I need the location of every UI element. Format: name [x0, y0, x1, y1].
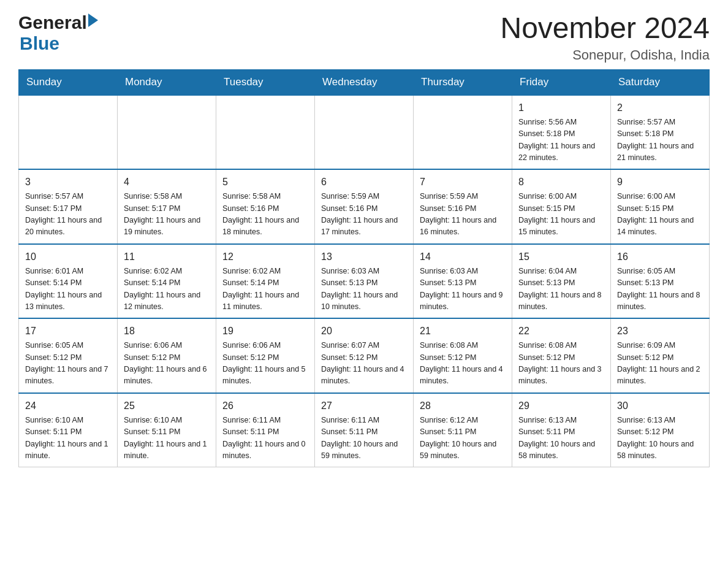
day-number: 10 [25, 250, 111, 264]
day-number: 15 [518, 250, 604, 264]
day-number: 11 [124, 250, 210, 264]
day-info: Sunrise: 6:08 AM Sunset: 5:12 PM Dayligh… [518, 340, 604, 388]
logo: General Blue [18, 12, 98, 54]
calendar-cell: 21Sunrise: 6:08 AM Sunset: 5:12 PM Dayli… [414, 318, 512, 393]
week-row-3: 10Sunrise: 6:01 AM Sunset: 5:14 PM Dayli… [19, 244, 710, 319]
day-info: Sunrise: 6:02 AM Sunset: 5:14 PM Dayligh… [222, 266, 308, 313]
day-number: 30 [617, 399, 703, 413]
calendar-cell: 8Sunrise: 6:00 AM Sunset: 5:15 PM Daylig… [512, 169, 611, 244]
day-number: 17 [25, 324, 111, 339]
day-number: 28 [420, 399, 506, 413]
day-info: Sunrise: 6:06 AM Sunset: 5:12 PM Dayligh… [124, 340, 210, 388]
calendar-cell: 2Sunrise: 5:57 AM Sunset: 5:18 PM Daylig… [611, 95, 710, 170]
week-row-1: 1Sunrise: 5:56 AM Sunset: 5:18 PM Daylig… [19, 95, 710, 170]
day-info: Sunrise: 6:00 AM Sunset: 5:15 PM Dayligh… [617, 191, 703, 239]
day-info: Sunrise: 6:05 AM Sunset: 5:12 PM Dayligh… [25, 340, 111, 388]
calendar-cell: 12Sunrise: 6:02 AM Sunset: 5:14 PM Dayli… [216, 244, 315, 319]
weekday-header-friday: Friday [512, 69, 611, 95]
day-info: Sunrise: 6:02 AM Sunset: 5:14 PM Dayligh… [124, 266, 210, 313]
calendar-cell: 6Sunrise: 5:59 AM Sunset: 5:16 PM Daylig… [315, 169, 414, 244]
weekday-header-thursday: Thursday [414, 69, 512, 95]
weekday-header-sunday: Sunday [19, 69, 118, 95]
day-number: 18 [124, 324, 210, 339]
day-number: 8 [518, 175, 604, 190]
calendar-cell: 7Sunrise: 5:59 AM Sunset: 5:16 PM Daylig… [414, 169, 512, 244]
day-number: 22 [518, 324, 604, 339]
day-number: 13 [321, 250, 407, 264]
day-number: 5 [222, 175, 308, 190]
day-number: 9 [617, 175, 703, 190]
day-info: Sunrise: 6:13 AM Sunset: 5:11 PM Dayligh… [518, 415, 604, 462]
logo-triangle-icon [88, 13, 98, 27]
day-number: 3 [25, 175, 111, 190]
day-info: Sunrise: 6:11 AM Sunset: 5:11 PM Dayligh… [222, 415, 308, 462]
calendar-cell [315, 95, 414, 170]
calendar-cell: 5Sunrise: 5:58 AM Sunset: 5:16 PM Daylig… [216, 169, 315, 244]
day-info: Sunrise: 6:01 AM Sunset: 5:14 PM Dayligh… [25, 266, 111, 313]
calendar-cell: 10Sunrise: 6:01 AM Sunset: 5:14 PM Dayli… [19, 244, 118, 319]
calendar-cell: 23Sunrise: 6:09 AM Sunset: 5:12 PM Dayli… [611, 318, 710, 393]
calendar-cell: 27Sunrise: 6:11 AM Sunset: 5:11 PM Dayli… [315, 393, 414, 467]
calendar-table: SundayMondayTuesdayWednesdayThursdayFrid… [18, 69, 710, 468]
calendar-cell: 14Sunrise: 6:03 AM Sunset: 5:13 PM Dayli… [414, 244, 512, 319]
day-number: 25 [124, 399, 210, 413]
calendar-cell: 15Sunrise: 6:04 AM Sunset: 5:13 PM Dayli… [512, 244, 611, 319]
calendar-cell [19, 95, 118, 170]
day-info: Sunrise: 5:59 AM Sunset: 5:16 PM Dayligh… [420, 191, 506, 239]
day-number: 6 [321, 175, 407, 190]
calendar-cell: 17Sunrise: 6:05 AM Sunset: 5:12 PM Dayli… [19, 318, 118, 393]
day-info: Sunrise: 6:04 AM Sunset: 5:13 PM Dayligh… [518, 266, 604, 313]
day-number: 26 [222, 399, 308, 413]
calendar-cell: 9Sunrise: 6:00 AM Sunset: 5:15 PM Daylig… [611, 169, 710, 244]
calendar-cell: 30Sunrise: 6:13 AM Sunset: 5:12 PM Dayli… [611, 393, 710, 467]
calendar-cell: 20Sunrise: 6:07 AM Sunset: 5:12 PM Dayli… [315, 318, 414, 393]
day-info: Sunrise: 6:13 AM Sunset: 5:12 PM Dayligh… [617, 415, 703, 462]
day-number: 1 [518, 101, 604, 115]
page-header: General Blue November 2024 Sonepur, Odis… [18, 12, 710, 63]
day-info: Sunrise: 6:00 AM Sunset: 5:15 PM Dayligh… [518, 191, 604, 239]
week-row-4: 17Sunrise: 6:05 AM Sunset: 5:12 PM Dayli… [19, 318, 710, 393]
calendar-cell [118, 95, 216, 170]
calendar-cell: 3Sunrise: 5:57 AM Sunset: 5:17 PM Daylig… [19, 169, 118, 244]
logo-blue-text: Blue [20, 33, 59, 54]
calendar-cell: 22Sunrise: 6:08 AM Sunset: 5:12 PM Dayli… [512, 318, 611, 393]
day-number: 14 [420, 250, 506, 264]
day-number: 19 [222, 324, 308, 339]
calendar-cell [414, 95, 512, 170]
day-number: 21 [420, 324, 506, 339]
calendar-title: November 2024 [500, 12, 710, 45]
day-info: Sunrise: 6:06 AM Sunset: 5:12 PM Dayligh… [222, 340, 308, 388]
day-number: 29 [518, 399, 604, 413]
day-info: Sunrise: 5:58 AM Sunset: 5:17 PM Dayligh… [124, 191, 210, 239]
day-info: Sunrise: 5:56 AM Sunset: 5:18 PM Dayligh… [518, 117, 604, 164]
weekday-header-tuesday: Tuesday [216, 69, 315, 95]
day-info: Sunrise: 6:10 AM Sunset: 5:11 PM Dayligh… [25, 415, 111, 462]
day-number: 24 [25, 399, 111, 413]
calendar-cell: 4Sunrise: 5:58 AM Sunset: 5:17 PM Daylig… [118, 169, 216, 244]
day-info: Sunrise: 6:11 AM Sunset: 5:11 PM Dayligh… [321, 415, 407, 462]
day-info: Sunrise: 6:03 AM Sunset: 5:13 PM Dayligh… [321, 266, 407, 313]
calendar-cell: 24Sunrise: 6:10 AM Sunset: 5:11 PM Dayli… [19, 393, 118, 467]
day-number: 12 [222, 250, 308, 264]
title-section: November 2024 Sonepur, Odisha, India [500, 12, 710, 63]
calendar-cell: 19Sunrise: 6:06 AM Sunset: 5:12 PM Dayli… [216, 318, 315, 393]
weekday-header-row: SundayMondayTuesdayWednesdayThursdayFrid… [19, 69, 710, 95]
day-number: 7 [420, 175, 506, 190]
weekday-header-monday: Monday [118, 69, 216, 95]
week-row-2: 3Sunrise: 5:57 AM Sunset: 5:17 PM Daylig… [19, 169, 710, 244]
day-info: Sunrise: 6:08 AM Sunset: 5:12 PM Dayligh… [420, 340, 506, 388]
calendar-cell: 28Sunrise: 6:12 AM Sunset: 5:11 PM Dayli… [414, 393, 512, 467]
week-row-5: 24Sunrise: 6:10 AM Sunset: 5:11 PM Dayli… [19, 393, 710, 467]
day-number: 2 [617, 101, 703, 115]
day-info: Sunrise: 6:03 AM Sunset: 5:13 PM Dayligh… [420, 266, 506, 313]
calendar-cell: 16Sunrise: 6:05 AM Sunset: 5:13 PM Dayli… [611, 244, 710, 319]
day-info: Sunrise: 5:57 AM Sunset: 5:18 PM Dayligh… [617, 117, 703, 164]
calendar-cell [216, 95, 315, 170]
day-info: Sunrise: 6:10 AM Sunset: 5:11 PM Dayligh… [124, 415, 210, 462]
calendar-cell: 18Sunrise: 6:06 AM Sunset: 5:12 PM Dayli… [118, 318, 216, 393]
calendar-subtitle: Sonepur, Odisha, India [500, 47, 710, 63]
day-info: Sunrise: 6:07 AM Sunset: 5:12 PM Dayligh… [321, 340, 407, 388]
day-info: Sunrise: 6:05 AM Sunset: 5:13 PM Dayligh… [617, 266, 703, 313]
calendar-cell: 1Sunrise: 5:56 AM Sunset: 5:18 PM Daylig… [512, 95, 611, 170]
day-info: Sunrise: 5:59 AM Sunset: 5:16 PM Dayligh… [321, 191, 407, 239]
